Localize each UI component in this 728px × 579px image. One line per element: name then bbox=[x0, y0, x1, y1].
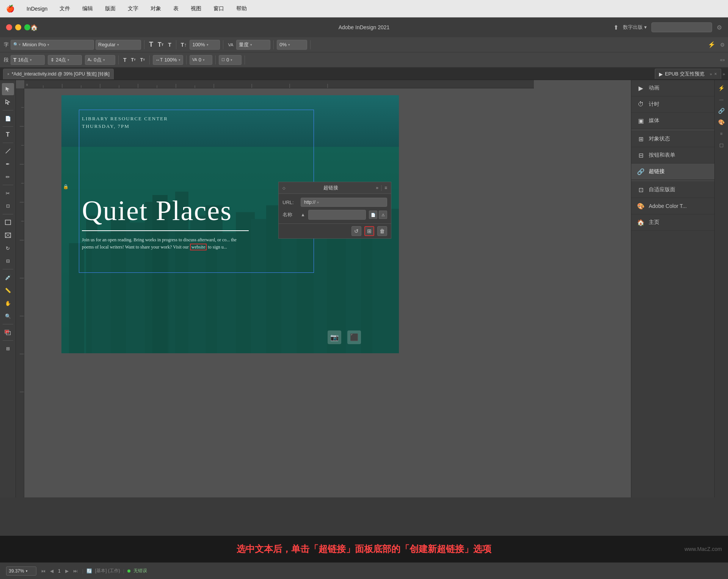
apple-menu[interactable]: 🍎 bbox=[6, 5, 14, 13]
zoom-tool[interactable]: 🔍 bbox=[2, 310, 14, 322]
menu-object[interactable]: 对象 bbox=[149, 5, 163, 13]
font-size-up[interactable]: T↑ bbox=[179, 41, 188, 49]
next-page-btn[interactable]: ▶ bbox=[64, 568, 70, 574]
panel-menu-btn[interactable]: ≡ bbox=[384, 185, 387, 190]
name-input[interactable] bbox=[308, 210, 366, 220]
panel-item-liquid-layout[interactable]: ⊡ 自适应版面 bbox=[631, 182, 714, 198]
h-scale-dropdown[interactable]: ↔T 100% ▾ bbox=[153, 55, 183, 65]
strip-icon-2[interactable]: — bbox=[717, 94, 726, 104]
panel-item-home[interactable]: 🏠 主页 bbox=[631, 214, 714, 231]
zoom-dropdown[interactable]: 39.37% ▾ bbox=[6, 566, 36, 576]
search-field[interactable] bbox=[651, 22, 712, 32]
transform-tool[interactable]: ⊡ bbox=[2, 200, 14, 212]
panel-item-object-states[interactable]: ⊞ 对象状态 bbox=[631, 131, 714, 147]
page-context-btn[interactable]: 🔄 bbox=[86, 568, 92, 574]
create-new-hyperlink-btn[interactable]: ⊞ bbox=[364, 226, 374, 236]
rect-frame-tool[interactable] bbox=[2, 229, 14, 241]
new-hyperlink-source-btn[interactable]: 📄 bbox=[369, 211, 377, 219]
eyedropper-tool[interactable]: 💉 bbox=[2, 271, 14, 283]
strip-icon-3[interactable]: 🔗 bbox=[717, 106, 726, 116]
fullscreen-button[interactable] bbox=[24, 24, 30, 30]
hand-tool[interactable]: ✋ bbox=[2, 297, 14, 309]
direct-select-tool[interactable] bbox=[2, 96, 14, 108]
next-spread-btn[interactable]: ⏭ bbox=[72, 568, 79, 574]
panel-item-hyperlinks[interactable]: 🔗 超链接 bbox=[631, 164, 714, 180]
scissors-tool[interactable]: ✂ bbox=[2, 187, 14, 199]
menu-window[interactable]: 窗口 bbox=[212, 5, 226, 13]
doc-tab-close[interactable]: × bbox=[7, 72, 9, 76]
menu-view[interactable]: 视图 bbox=[189, 5, 203, 13]
color-swatch[interactable] bbox=[2, 326, 14, 338]
mode-toggle[interactable]: ⊞ bbox=[2, 343, 14, 355]
share-icon[interactable]: ⬆ bbox=[613, 24, 618, 31]
va-btn[interactable]: VA bbox=[226, 42, 235, 48]
panel-item-adobe-color[interactable]: 🎨 Adobe Color T... bbox=[631, 198, 714, 214]
panel-item-buttons-forms[interactable]: ⊟ 按钮和表单 bbox=[631, 147, 714, 164]
menu-help[interactable]: 帮助 bbox=[235, 5, 248, 13]
close-button[interactable] bbox=[6, 24, 12, 30]
tt-2-btn[interactable]: T bbox=[122, 56, 128, 64]
lightning-icon[interactable]: ⚡ bbox=[708, 41, 715, 48]
menu-indesign[interactable]: InDesign bbox=[25, 5, 49, 13]
collapse-icon[interactable]: «» bbox=[720, 57, 725, 63]
url-input[interactable]: http:// ▾ bbox=[301, 198, 387, 207]
font-dropdown[interactable]: 🔍▾ Minion Pro ▾ bbox=[11, 40, 94, 50]
pencil-tool[interactable]: ✏ bbox=[2, 171, 14, 183]
strip-icon-6[interactable]: ◻ bbox=[717, 140, 726, 150]
warning-btn[interactable]: ⚠ bbox=[379, 211, 387, 219]
tt-small-btn[interactable]: T bbox=[166, 41, 173, 49]
baseline-dropdown[interactable]: VA 0 ▾ bbox=[190, 55, 212, 65]
page-tool[interactable]: 📄 bbox=[2, 112, 14, 124]
canvas-area[interactable]: 0 bbox=[16, 80, 631, 497]
measure-tool[interactable]: 📏 bbox=[2, 284, 14, 296]
prev-page-btn[interactable]: ◀ bbox=[49, 568, 55, 574]
font-size-dropdown[interactable]: 100% ▾ bbox=[190, 40, 220, 50]
panel-item-media[interactable]: ▣ 媒体 bbox=[631, 113, 714, 129]
doc-tab-label: *Add_interactivity.indd @ 39% [GPU 预览] [… bbox=[12, 71, 110, 77]
strip-icon-1[interactable]: ⚡ bbox=[717, 83, 726, 93]
font-style-dropdown[interactable]: Regular ▾ bbox=[96, 40, 141, 50]
minimize-button[interactable] bbox=[15, 24, 21, 30]
kerning-dropdown[interactable]: 量度 ▾ bbox=[236, 40, 270, 50]
menu-layout[interactable]: 版面 bbox=[104, 5, 117, 13]
menu-file[interactable]: 文件 bbox=[58, 5, 72, 13]
settings-icon[interactable]: ⚙ bbox=[717, 24, 722, 31]
line-tool[interactable] bbox=[2, 145, 14, 157]
refresh-btn[interactable]: ↺ bbox=[351, 226, 361, 236]
menu-table[interactable]: 表 bbox=[172, 5, 180, 13]
tt-baseline-btn[interactable]: TT bbox=[139, 57, 146, 63]
kern-pt-dropdown[interactable]: Aᵥ 0点 ▾ bbox=[85, 55, 115, 65]
menu-text[interactable]: 文字 bbox=[126, 5, 140, 13]
prev-spread-btn[interactable]: ⏮ bbox=[39, 568, 47, 574]
digital-publish-btn[interactable]: 数字出版 ▾ bbox=[623, 24, 647, 31]
home-icon[interactable]: 🏠 bbox=[30, 24, 38, 31]
panel-expand-btn[interactable]: » bbox=[376, 185, 378, 190]
type-tool[interactable]: T bbox=[2, 129, 14, 141]
expand-name-icon[interactable]: ▲ bbox=[301, 212, 305, 217]
url-dropdown-arrow[interactable]: ▾ bbox=[317, 200, 319, 205]
epub-expand[interactable]: » bbox=[710, 72, 712, 76]
tracking-input[interactable]: 0% ▾ bbox=[277, 40, 307, 50]
panels-collapse-btn[interactable]: » bbox=[723, 72, 725, 76]
tt-large-btn[interactable]: T bbox=[147, 40, 155, 49]
tt-super-2-btn[interactable]: TT bbox=[130, 57, 137, 63]
select-tool[interactable] bbox=[2, 83, 14, 95]
font-size-pt-dropdown[interactable]: T 16点 ▾ bbox=[11, 55, 45, 65]
rotate-tool[interactable]: ↻ bbox=[2, 242, 14, 254]
pen-tool[interactable]: ✒ bbox=[2, 158, 14, 170]
doc-tab-main[interactable]: × *Add_interactivity.indd @ 39% [GPU 预览]… bbox=[3, 69, 114, 79]
strip-icon-4[interactable]: 🎨 bbox=[717, 117, 726, 127]
delete-hyperlink-btn[interactable]: 🗑 bbox=[377, 226, 387, 236]
menu-edit[interactable]: 编辑 bbox=[81, 5, 94, 13]
panel-item-animation[interactable]: ▶ 动画 bbox=[631, 80, 714, 96]
page-number[interactable]: 1 bbox=[58, 568, 61, 574]
rect-tool[interactable] bbox=[2, 216, 14, 228]
epub-close[interactable]: × bbox=[714, 71, 717, 77]
skew-dropdown[interactable]: ☐ 0 ▾ bbox=[219, 55, 242, 65]
leading-dropdown[interactable]: ⇕ 24点 ▾ bbox=[48, 55, 82, 65]
more-settings-icon[interactable]: ⚙ bbox=[720, 42, 725, 48]
tt-super-btn[interactable]: TT bbox=[156, 41, 165, 49]
panel-item-timing[interactable]: ⏱ 计时 bbox=[631, 96, 714, 113]
strip-icon-5[interactable]: ≡ bbox=[717, 129, 726, 138]
shear-tool[interactable]: ⊟ bbox=[2, 255, 14, 267]
